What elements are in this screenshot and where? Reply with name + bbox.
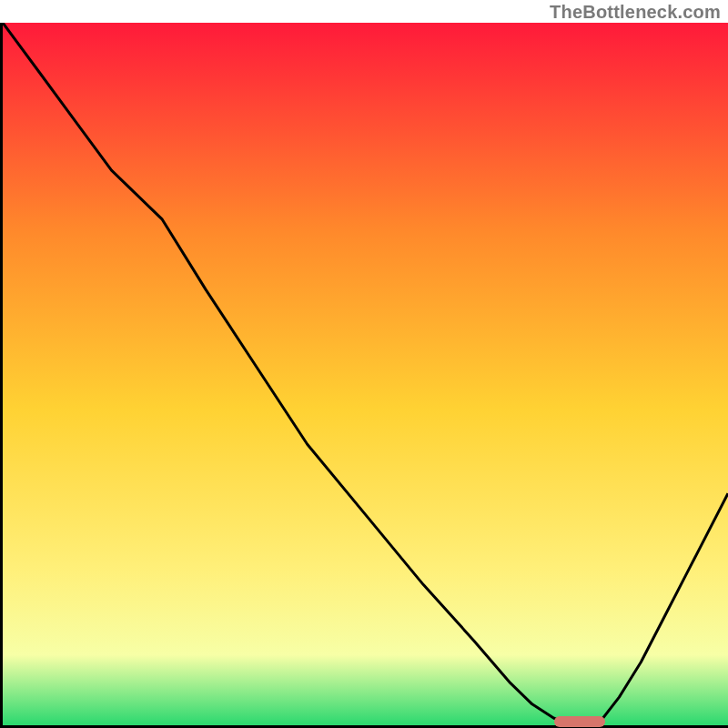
- watermark-text: TheBottleneck.com: [550, 2, 721, 23]
- bottleneck-chart: TheBottleneck.com: [0, 0, 728, 728]
- line-plot: [3, 23, 728, 725]
- bottleneck-curve: [3, 23, 728, 725]
- optimal-range-marker: [554, 716, 605, 727]
